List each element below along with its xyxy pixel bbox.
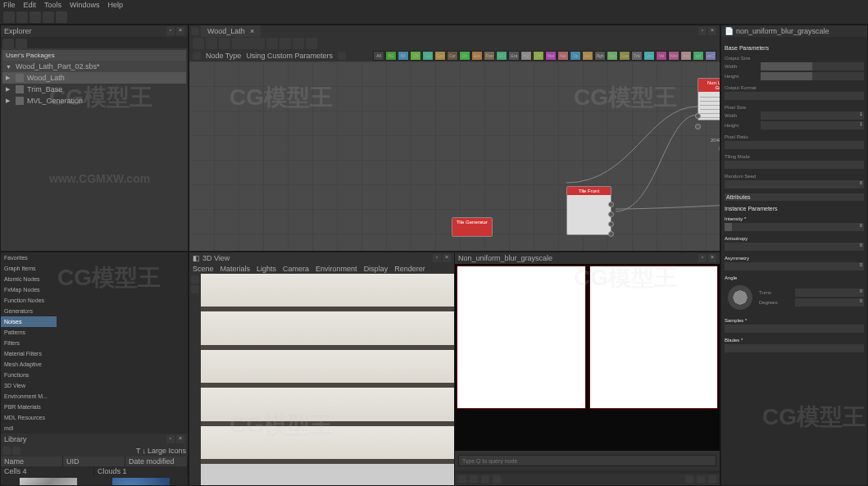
info-icon[interactable] bbox=[279, 38, 291, 49]
filter-chip[interactable]: Emi bbox=[471, 51, 483, 61]
menu-tools[interactable]: Tools bbox=[44, 1, 61, 9]
library-category[interactable]: FxMap Nodes bbox=[1, 284, 57, 295]
graph-node[interactable]: Non Uniform Blur Grayscale 2048x2048 L8 … bbox=[698, 78, 720, 120]
arrow-icon[interactable] bbox=[306, 38, 317, 49]
filter-chip[interactable]: Col bbox=[422, 51, 434, 61]
filter-chip[interactable]: Vel bbox=[656, 51, 667, 61]
filter-chip[interactable]: Wav bbox=[668, 51, 679, 61]
view3d-menu-item[interactable]: Display bbox=[364, 265, 389, 273]
graph-canvas[interactable]: Non Uniform Blur Grayscale 2048x2048 L8 … bbox=[189, 61, 720, 251]
col-uid[interactable]: UID bbox=[63, 456, 125, 466]
lib-row-name[interactable]: Cells 4 bbox=[1, 466, 94, 476]
px-height-slider[interactable]: 1 bbox=[761, 121, 864, 129]
filter-icon[interactable] bbox=[338, 52, 346, 60]
graph-node[interactable]: Tile Generator bbox=[452, 217, 493, 237]
package-root[interactable]: ▼Wood_Lath_Part_02.sbs* bbox=[2, 61, 186, 72]
snap-icon[interactable] bbox=[219, 38, 230, 49]
undock-icon[interactable]: ▫ bbox=[166, 435, 175, 443]
view3d-menu-item[interactable]: Environment bbox=[316, 265, 357, 273]
intensity-slider[interactable]: 0 bbox=[725, 223, 864, 231]
library-category[interactable]: Filters bbox=[1, 338, 57, 348]
blades-slider[interactable] bbox=[725, 344, 864, 352]
filter-chip[interactable]: Cur bbox=[447, 51, 458, 61]
view3d-menu-item[interactable]: Scene bbox=[193, 265, 214, 273]
library-category[interactable]: Generators bbox=[1, 306, 57, 316]
tree-item[interactable]: ▶MVL_Generation bbox=[2, 95, 186, 107]
search-icon[interactable] bbox=[12, 447, 20, 455]
library-category[interactable]: Material Filters bbox=[1, 348, 57, 359]
turns-input[interactable]: 0 bbox=[795, 288, 864, 297]
export-icon[interactable] bbox=[56, 11, 67, 23]
undock-icon[interactable]: ▫ bbox=[166, 27, 175, 35]
view3d-menu-item[interactable]: Camera bbox=[283, 265, 309, 273]
add-icon[interactable] bbox=[2, 447, 11, 455]
filter-chip[interactable]: Dir bbox=[459, 51, 470, 61]
filter-chip[interactable]: Met bbox=[545, 51, 557, 61]
width-slider[interactable] bbox=[761, 62, 864, 70]
filter-chip[interactable]: Gra bbox=[508, 51, 520, 61]
filter-chip[interactable]: Spe bbox=[619, 51, 630, 61]
view3d-menu-item[interactable]: Renderer bbox=[394, 265, 425, 273]
view-mode-select[interactable]: Large Icons bbox=[148, 447, 186, 455]
close-icon[interactable]: × bbox=[176, 27, 184, 35]
filter-chip[interactable]: Op bbox=[570, 51, 581, 61]
close-icon[interactable]: × bbox=[708, 254, 716, 262]
graph-node[interactable]: Tile Front bbox=[566, 186, 611, 235]
close-icon[interactable]: × bbox=[443, 254, 451, 262]
asym-slider[interactable]: 0 bbox=[725, 262, 864, 270]
new-icon[interactable] bbox=[3, 11, 15, 23]
fit-icon[interactable] bbox=[206, 38, 217, 49]
filter-chip[interactable]: Spc bbox=[607, 51, 618, 61]
size-dropdown[interactable] bbox=[232, 38, 265, 49]
library-category[interactable]: Patterns bbox=[1, 327, 57, 338]
library-category[interactable]: Function Nodes bbox=[1, 295, 57, 306]
filter-chip[interactable]: Lth bbox=[533, 51, 544, 61]
filter-chip[interactable]: Ref bbox=[582, 51, 593, 61]
rotate-icon[interactable] bbox=[191, 285, 199, 293]
filter-chip[interactable]: Tra bbox=[631, 51, 643, 61]
col-name[interactable]: Name bbox=[1, 456, 63, 466]
filter-chip[interactable]: spl bbox=[693, 51, 704, 61]
col-date[interactable]: Date modified bbox=[125, 456, 188, 466]
footer-icon[interactable] bbox=[493, 475, 501, 484]
filter-chip[interactable]: Rgh bbox=[594, 51, 606, 61]
bulb-icon[interactable] bbox=[293, 38, 304, 49]
library-category[interactable]: Atomic Nodes bbox=[1, 274, 57, 284]
tree-item[interactable]: ▶Wood_Lath bbox=[2, 72, 186, 84]
library-category[interactable]: Noises bbox=[1, 316, 57, 327]
samples-slider[interactable] bbox=[725, 325, 864, 333]
lib-thumb[interactable]: Clouds 3 bbox=[95, 478, 186, 486]
instance-header[interactable]: Instance Parameters bbox=[725, 206, 864, 211]
filter-t-icon[interactable]: T bbox=[136, 447, 141, 455]
filter-chip[interactable]: Fue bbox=[484, 51, 495, 61]
footer-icon[interactable] bbox=[685, 475, 693, 484]
library-category[interactable]: MDL Resources bbox=[1, 412, 57, 423]
move-icon[interactable] bbox=[191, 275, 199, 284]
library-category[interactable]: mdl bbox=[1, 423, 57, 434]
filter-chip[interactable]: BG bbox=[385, 51, 397, 61]
footer-icon[interactable] bbox=[458, 475, 466, 484]
library-category[interactable]: Graph Items bbox=[1, 263, 57, 274]
footer-icon[interactable] bbox=[470, 475, 478, 484]
query-input[interactable] bbox=[458, 455, 716, 466]
undock-icon[interactable]: ▫ bbox=[698, 27, 707, 35]
angle-wheel[interactable] bbox=[728, 285, 752, 310]
library-category[interactable]: Mesh Adaptive bbox=[1, 359, 57, 370]
library-category[interactable]: PBR Materials bbox=[1, 402, 57, 412]
library-category[interactable]: Favorites bbox=[1, 252, 57, 263]
close-icon[interactable]: × bbox=[176, 435, 184, 443]
undock-icon[interactable]: ▫ bbox=[698, 254, 707, 262]
px-width-slider[interactable]: 1 bbox=[761, 111, 864, 120]
filter-chip[interactable]: wtC bbox=[705, 51, 716, 61]
seed-slider[interactable]: 0 bbox=[725, 180, 864, 188]
view3d-menu-item[interactable]: Materials bbox=[220, 265, 251, 273]
attributes-header[interactable]: Attributes bbox=[725, 193, 864, 201]
tiling-select[interactable] bbox=[725, 161, 864, 169]
footer-icon[interactable] bbox=[697, 475, 705, 484]
view3d-canvas[interactable] bbox=[201, 274, 454, 485]
library-category[interactable]: 3D View bbox=[1, 380, 57, 391]
graph-tab[interactable]: Wood_Lath× bbox=[201, 25, 261, 37]
menu-file[interactable]: File bbox=[3, 1, 16, 9]
filter-arrow-icon[interactable]: ↓ bbox=[142, 447, 146, 455]
filter-chip[interactable]: Ch bbox=[410, 51, 421, 61]
